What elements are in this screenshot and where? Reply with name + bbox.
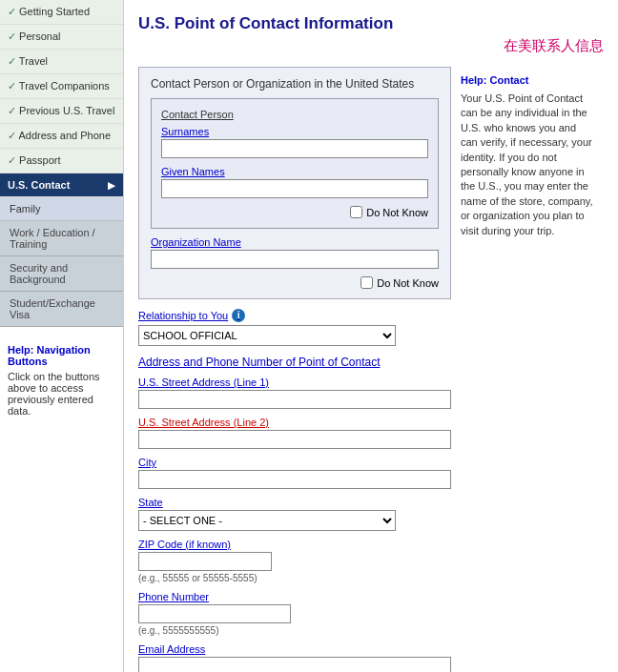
city-field-group: City (138, 457, 451, 489)
given-names-field-group: Given Names (161, 166, 428, 198)
sidebar-item-getting-started[interactable]: Getting Started (0, 0, 123, 25)
sidebar-item-personal[interactable]: Personal (0, 25, 123, 50)
section-label: Contact Person or Organization in the Un… (151, 77, 439, 91)
sidebar: Getting Started Personal Travel Travel C… (0, 0, 124, 672)
street1-label: U.S. Street Address (Line 1) (138, 377, 451, 388)
contact-person-box: Contact Person Surnames Given Names Do N… (151, 98, 439, 229)
relationship-row: Relationship to You i SCHOOL OFFICIAL RE… (138, 309, 451, 346)
sidebar-item-address-and-phone[interactable]: Address and Phone (0, 124, 123, 149)
relationship-info-icon[interactable]: i (232, 309, 245, 322)
sidebar-item-previous-us-travel[interactable]: Previous U.S. Travel (0, 99, 123, 124)
given-names-input[interactable] (161, 179, 428, 198)
help-panel-body: Your U.S. Point of Contact can be any in… (461, 92, 594, 238)
organization-box: Organization Name Do Not Know (151, 236, 439, 289)
org-field-group: Organization Name (151, 236, 439, 269)
phone-hint: (e.g., 5555555555) (138, 625, 451, 636)
contact-section-box: Contact Person or Organization in the Un… (138, 67, 451, 299)
email-field-group: Email Address (e.g., emailaddress@exampl… (138, 643, 451, 672)
sidebar-item-travel[interactable]: Travel (0, 50, 123, 74)
street1-field-group: U.S. Street Address (Line 1) (138, 377, 451, 409)
surnames-input[interactable] (161, 139, 428, 158)
contact-person-title: Contact Person (161, 109, 428, 120)
sidebar-item-work-education-training[interactable]: Work / Education / Training (0, 221, 123, 256)
address-section-title: Address and Phone Number of Point of Con… (138, 356, 451, 369)
city-label: City (138, 457, 451, 468)
street2-field-group: U.S. Street Address (Line 2) (138, 417, 451, 449)
sidebar-item-passport[interactable]: Passport (0, 149, 123, 173)
main-content: U.S. Point of Contact Information 在美联系人信… (124, 0, 618, 672)
help-panel: Help: Contact Your U.S. Point of Contact… (451, 67, 604, 672)
relationship-select[interactable]: SCHOOL OFFICIAL RELATIVE FRIEND BUSINESS… (138, 325, 396, 346)
given-names-label: Given Names (161, 166, 428, 177)
phone-label: Phone Number (138, 591, 451, 602)
do-not-know-person-label: Do Not Know (366, 207, 428, 218)
do-not-know-person-checkbox[interactable] (350, 206, 362, 218)
sidebar-help: Help: Navigation Buttons Click on the bu… (0, 335, 123, 426)
phone-field-group: Phone Number (e.g., 5555555555) (138, 591, 451, 636)
email-input[interactable] (138, 657, 451, 672)
page-title: U.S. Point of Contact Information (138, 14, 604, 33)
state-label: State (138, 497, 451, 508)
sidebar-item-travel-companions[interactable]: Travel Companions (0, 74, 123, 99)
zip-hint: (e.g., 55555 or 55555-5555) (138, 573, 451, 583)
sidebar-item-us-contact[interactable]: U.S. Contact ▶ (0, 173, 123, 197)
surnames-label: Surnames (161, 126, 428, 137)
do-not-know-row-person: Do Not Know (161, 206, 428, 218)
arrow-icon: ▶ (108, 180, 115, 191)
state-field-group: State - SELECT ONE - ALAKAZCA FLNYTX (138, 497, 451, 531)
sidebar-item-security-and-background[interactable]: Security and Background (0, 256, 123, 292)
email-label: Email Address (138, 643, 451, 655)
city-input[interactable] (138, 470, 451, 489)
surnames-field-group: Surnames (161, 126, 428, 158)
phone-input[interactable] (138, 604, 291, 623)
sidebar-item-student-exchange-visa[interactable]: Student/Exchange Visa (0, 292, 123, 327)
do-not-know-org-label: Do Not Know (377, 277, 439, 289)
org-name-label: Organization Name (151, 236, 439, 248)
do-not-know-org-checkbox[interactable] (360, 276, 373, 289)
page-title-chinese: 在美联系人信息 (138, 37, 604, 55)
zip-field-group: ZIP Code (if known) (e.g., 55555 or 5555… (138, 539, 451, 583)
zip-label: ZIP Code (if known) (138, 539, 451, 550)
relationship-label: Relationship to You i (138, 309, 451, 322)
sidebar-help-body: Click on the buttons above to access pre… (8, 371, 115, 417)
sidebar-help-title: Help: Navigation Buttons (8, 344, 115, 367)
state-select[interactable]: - SELECT ONE - ALAKAZCA FLNYTX (138, 510, 396, 531)
org-name-input[interactable] (151, 250, 439, 269)
do-not-know-row-org: Do Not Know (151, 276, 439, 289)
street2-input[interactable] (138, 430, 451, 449)
help-panel-title: Help: Contact (461, 74, 594, 86)
street2-label: U.S. Street Address (Line 2) (138, 417, 451, 428)
street1-input[interactable] (138, 390, 451, 409)
sidebar-item-family[interactable]: Family (0, 197, 123, 221)
zip-input[interactable] (138, 552, 272, 571)
